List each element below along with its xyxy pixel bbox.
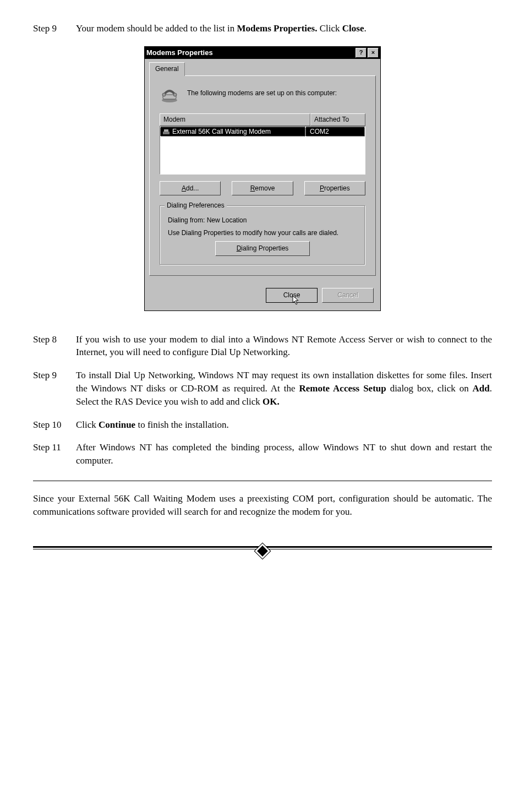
step-body: Click Continue to finish the installatio… [76, 418, 492, 432]
step-body: If you wish to use your modem to dial in… [76, 333, 492, 359]
dialing-properties-button[interactable]: Dialing Properties [215, 241, 310, 256]
dialing-preferences-group: Dialing Preferences Dialing from: New Lo… [160, 205, 365, 265]
text: dialog box, click on [386, 383, 473, 394]
add-button[interactable]: Add... [160, 181, 221, 196]
tab-panel: The following modems are set up on this … [149, 75, 376, 276]
step-label: Step 9 [33, 22, 76, 35]
text: . [364, 23, 367, 34]
tab-general[interactable]: General [149, 62, 185, 76]
text-bold: Close [342, 23, 364, 34]
step-body: After Windows NT has completed the bindi… [76, 441, 492, 467]
text-bold: OK. [262, 396, 280, 407]
step-label: Step 8 [33, 333, 76, 359]
step-9-top: Step 9 Your modem should be added to the… [33, 22, 492, 35]
text-bold: Modems Properties. [237, 23, 317, 34]
modem-name-cell: External 56K Call Waiting Modem [160, 127, 305, 137]
help-button[interactable]: ? [356, 48, 367, 58]
list-item[interactable]: External 56K Call Waiting Modem COM2 [160, 127, 365, 137]
titlebar: Modems Properties ? × [145, 47, 380, 59]
remove-button[interactable]: Remove [232, 181, 293, 196]
button-row: Add... Remove Properties [160, 181, 365, 196]
step-label: Step 11 [33, 441, 76, 467]
mnemonic: A [182, 184, 186, 192]
step-body: To install Dial Up Networking, Windows N… [76, 369, 492, 408]
svg-rect-4 [163, 132, 169, 134]
svg-point-3 [173, 93, 177, 96]
modem-small-icon [162, 128, 170, 135]
close-button[interactable]: × [368, 48, 379, 58]
properties-button[interactable]: Properties [304, 181, 365, 196]
step-label: Step 10 [33, 418, 76, 432]
text: to finish the installation. [135, 419, 229, 430]
cursor-icon [292, 295, 300, 306]
dialing-desc: Use Dialing Properties to modify how you… [168, 228, 357, 238]
column-modem[interactable]: Modem [160, 113, 310, 126]
diamond-icon [255, 543, 270, 558]
step-body: Your modem should be added to the list i… [76, 22, 492, 35]
step-11: Step 11 After Windows NT has completed t… [33, 441, 492, 467]
text: Your modem should be added to the list i… [76, 23, 237, 34]
port-cell: COM2 [305, 127, 365, 137]
list-header: Modem Attached To [160, 113, 365, 126]
step-10: Step 10 Click Continue to finish the ins… [33, 418, 492, 432]
text-bold: Add [473, 383, 490, 394]
mnemonic: P [320, 184, 324, 192]
close-dialog-button[interactable]: Close [266, 288, 318, 303]
intro-text: The following modems are set up on this … [187, 89, 337, 98]
closing-paragraph: Since your External 56K Call Waiting Mod… [33, 492, 492, 519]
window-title: Modems Properties [146, 48, 354, 58]
svg-rect-5 [164, 129, 168, 132]
tab-strip: General [149, 62, 376, 75]
cancel-button: Cancel [322, 288, 374, 303]
dialog-footer: Close Cancel [145, 282, 380, 310]
column-attached-to[interactable]: Attached To [310, 113, 365, 126]
step-9-bottom: Step 9 To install Dial Up Networking, Wi… [33, 369, 492, 408]
mnemonic: D [237, 244, 242, 252]
text-bold: Continue [99, 419, 135, 430]
dialog-screenshot: Modems Properties ? × General [33, 46, 492, 311]
modem-name: External 56K Call Waiting Modem [172, 127, 271, 137]
modems-properties-dialog: Modems Properties ? × General [144, 46, 381, 311]
modem-list[interactable]: External 56K Call Waiting Modem COM2 [160, 126, 365, 175]
dialing-from: Dialing from: New Location [168, 216, 357, 225]
step-label: Step 9 [33, 369, 76, 408]
text: Click [318, 23, 342, 34]
intro-row: The following modems are set up on this … [160, 84, 365, 103]
svg-point-2 [162, 93, 166, 96]
modem-icon [160, 84, 179, 103]
separator-rule [33, 481, 492, 481]
mnemonic: R [250, 184, 255, 192]
text: Click [76, 419, 99, 430]
group-title: Dialing Preferences [165, 201, 227, 210]
button-label: Cancel [337, 291, 358, 299]
footer-rule [33, 546, 492, 559]
text-bold: Remote Access Setup [299, 383, 386, 394]
tab-area: General The following modems are set up … [145, 59, 380, 282]
step-8: Step 8 If you wish to use your modem to … [33, 333, 492, 359]
